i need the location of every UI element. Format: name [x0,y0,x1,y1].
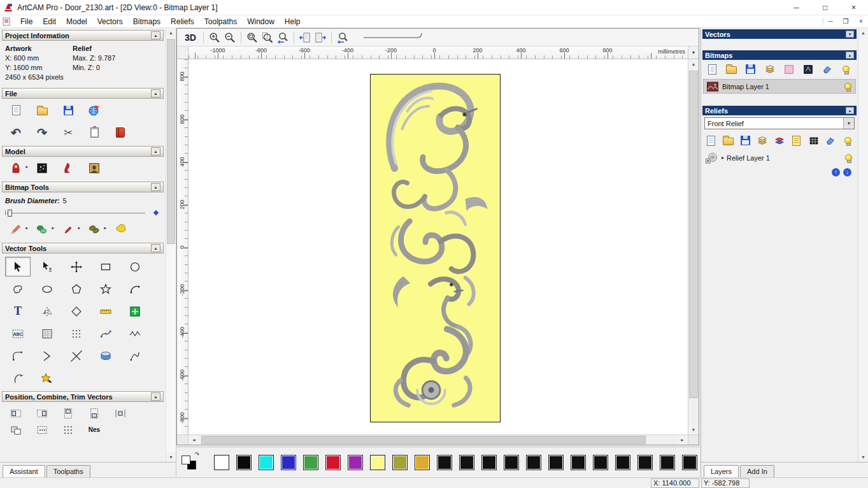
tab-layers[interactable]: Layers [704,465,739,477]
create-arc-tool[interactable] [122,279,148,299]
interactive-distort-tool[interactable] [93,346,118,366]
dropdown-arrow-icon[interactable]: ▸ [25,226,28,231]
scrollbar-thumb[interactable] [201,436,646,444]
relief-select[interactable]: Front Relief ▾ [704,117,855,129]
palette-colour-13[interactable] [504,455,519,470]
layer-visibility-bulb-icon[interactable] [843,154,854,161]
switch-to-3d-button[interactable]: 3D [181,32,200,43]
mdi-close-button[interactable]: × [857,18,865,25]
artwork-image[interactable] [370,74,501,422]
palette-colour-11[interactable] [459,455,474,470]
slice-tool[interactable] [5,368,31,388]
palette-colour-10[interactable] [437,455,452,470]
chevron-down-icon[interactable]: ▾ [843,118,854,129]
rollup-icon[interactable]: ▲ [151,183,160,191]
align-centre-tool[interactable] [111,405,130,422]
units-combo[interactable]: ▾ [688,47,699,59]
dropdown-arrow-icon[interactable]: ▸ [78,226,80,231]
scroll-down-icon[interactable]: ▼ [688,425,699,434]
move-layer-up-button[interactable]: ↑ [832,168,840,176]
fit-polyline-tool[interactable] [122,324,148,343]
layers-scrollbar[interactable]: ▲ ▼ [858,28,868,462]
canvas-vertical-scrollbar[interactable]: ▲ ▼ [688,59,699,434]
new-bitmap-layer-button[interactable] [704,62,721,76]
zoom-out-tool[interactable] [222,30,238,45]
load-bitmap-layer-button[interactable] [723,62,740,76]
scroll-up-icon[interactable]: ▲ [858,28,868,38]
scrollbar-thumb[interactable] [689,71,698,398]
create-fillet-tool[interactable] [5,346,31,366]
zoom-fit-page-tool[interactable] [260,30,275,45]
sculpting-button[interactable] [59,159,78,177]
align-top-tool[interactable] [59,405,78,422]
paste-on-curve-tool[interactable] [34,368,60,388]
palette-colour-9[interactable] [415,455,430,470]
join-vectors-tool[interactable] [34,346,60,366]
palette-colour-0[interactable] [214,455,229,470]
menu-window[interactable]: Window [242,16,280,27]
draw-tool[interactable]: ▸ [59,220,78,238]
expand-icon[interactable]: ▼ [846,31,854,38]
palette-colour-8[interactable] [392,455,408,470]
close-button[interactable]: × [839,0,868,15]
2d-view-canvas[interactable] [189,59,688,434]
scroll-right-icon[interactable]: ► [677,435,688,445]
create-circle-tool[interactable] [122,257,148,276]
collapse-icon[interactable]: ▲ [846,107,854,114]
palette-colour-14[interactable] [526,455,541,470]
move-nudge-tool[interactable] [64,257,89,276]
text-in-frame-tool[interactable] [34,324,60,343]
scrollbar-track[interactable] [688,69,699,425]
line-thickness-slider[interactable] [362,32,426,43]
relief-from-bitmap-button[interactable] [789,133,804,148]
scroll-down-icon[interactable]: ▼ [858,452,868,462]
tab-add-in[interactable]: Add In [740,465,774,477]
palette-colour-15[interactable] [548,455,564,470]
dropdown-arrow-icon[interactable]: ▸ [25,164,28,169]
front-relief-button[interactable]: ▸ [6,159,25,177]
load-image-button[interactable] [85,159,104,177]
combine-vectors-tool[interactable] [6,425,25,435]
move-layer-down-button[interactable]: ↓ [843,168,851,176]
distribute-vectors-tool[interactable] [32,425,52,435]
wrap-text-abc-tool[interactable]: ABC [5,324,31,343]
zoom-back-tool[interactable] [335,30,350,45]
offset-vectors-tool[interactable] [64,301,89,321]
layer-visibility-bulb-icon[interactable] [842,83,853,90]
colour-shading-tool[interactable]: ▸ [85,220,104,238]
menu-reliefs[interactable]: Reliefs [166,16,199,27]
rollup-icon[interactable]: ▲ [151,244,160,252]
greyscale-relief-button[interactable] [806,133,822,148]
save-model-button[interactable] [59,101,78,119]
palette-colour-12[interactable] [481,455,497,470]
bitmap-layer-row[interactable]: Bitmap Layer 1 [703,79,856,94]
cut-button[interactable]: ✂ [59,124,78,141]
scroll-up-icon[interactable]: ▲ [688,59,699,69]
assistant-scrollbar[interactable]: ▲ ▼ [166,28,176,462]
brush-diameter-slider[interactable] [5,207,158,219]
save-relief-layer-button[interactable] [738,133,753,148]
mirror-vectors-tool[interactable] [34,301,60,321]
toggle-relief-layers-button[interactable] [840,133,855,148]
tab-assistant[interactable]: Assistant [3,465,45,477]
toggle-bitmap-layers-button[interactable] [837,62,855,76]
paint-tool[interactable]: ▸ [6,220,25,238]
block-copy-tool[interactable] [122,301,148,321]
menu-vectors[interactable]: Vectors [92,16,128,27]
palette-colour-1[interactable] [236,455,252,470]
palette-colour-18[interactable] [615,455,630,470]
rollup-icon[interactable]: ▲ [151,89,160,97]
merge-relief-layers-button[interactable] [755,133,770,148]
palette-colour-5[interactable] [325,455,341,470]
create-freehand-tool[interactable] [5,279,31,299]
clear-bitmap-layer-button[interactable] [780,62,797,76]
transfer-relief-button[interactable] [772,133,787,148]
paste-array-tool[interactable] [64,324,89,343]
palette-colour-19[interactable] [637,455,653,470]
align-right-tool[interactable] [32,405,52,422]
create-text-tool[interactable]: T [5,301,31,321]
open-model-button[interactable] [32,101,52,119]
palette-colour-20[interactable] [660,455,675,470]
trim-vectors-tool[interactable] [64,346,89,366]
zoom-in-tool[interactable] [207,30,222,45]
